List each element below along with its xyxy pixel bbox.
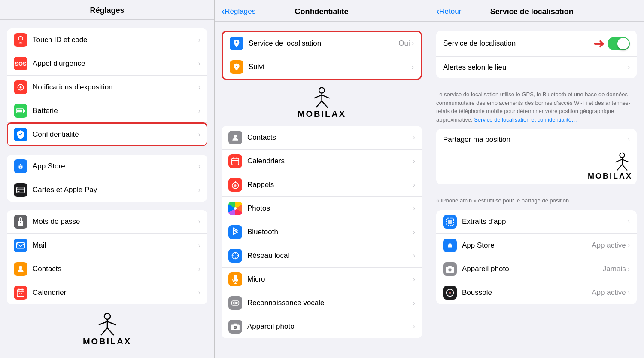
svg-rect-46 <box>448 220 452 224</box>
touch-icon <box>14 33 27 47</box>
panel2-group-bottom: Contacts › Calendriers › Rappels › <box>222 126 422 338</box>
svg-marker-50 <box>449 290 450 293</box>
watermark-panel1: MOBILAX <box>0 313 214 346</box>
localisation-label: Service de localisation <box>249 39 398 48</box>
calendriers-icon <box>228 154 242 168</box>
photos-icon <box>228 202 242 215</box>
contacts-label: Contacts <box>33 265 198 273</box>
appstore-label: App Store <box>33 162 198 171</box>
row-batterie[interactable]: Batterie › <box>7 99 207 123</box>
svg-point-14 <box>104 313 110 319</box>
appstore-icon <box>14 159 27 173</box>
panel3-back[interactable]: ‹ Retour <box>436 6 461 17</box>
extraits-label: Extraits d'app <box>462 217 628 226</box>
panel2-header: ‹ Réglages Confidentialité <box>215 0 429 22</box>
svg-line-43 <box>617 165 622 171</box>
svg-rect-11 <box>17 290 24 297</box>
partager-description: « iPhone amin » est utilisé pour le part… <box>429 193 644 210</box>
watermark-panel2: MOBILAX <box>215 87 429 119</box>
svg-point-39 <box>620 153 624 158</box>
row-partager[interactable]: Partager ma position › <box>436 129 637 150</box>
row-alertes[interactable]: Alertes selon le lieu › <box>436 57 637 78</box>
svg-rect-4 <box>17 110 22 113</box>
svg-point-38 <box>234 327 237 329</box>
localisation-description: Le service de localisation utilise le GP… <box>429 87 644 129</box>
row-localisation[interactable]: Service de localisation Oui › <box>223 32 421 55</box>
appstore2-icon <box>443 239 457 252</box>
row-calendrier[interactable]: Calendrier › <box>7 281 207 304</box>
row-photo-cam[interactable]: Appareil photo › <box>222 315 422 338</box>
row-cartes[interactable]: Cartes et Apple Pay › <box>7 178 207 202</box>
row-mail[interactable]: Mail › <box>7 234 207 257</box>
svg-line-16 <box>99 321 107 325</box>
row-toggle-localisation[interactable]: Service de localisation ➜ <box>436 31 637 57</box>
toggle-localisation-label: Service de localisation <box>443 39 593 48</box>
touch-chevron: › <box>198 36 200 44</box>
calendrier-icon <box>14 286 27 300</box>
localisation-highlighted-group: Service de localisation Oui › Suivi › <box>222 31 422 80</box>
row-photos[interactable]: Photos › <box>222 197 422 220</box>
row-appstore[interactable]: App Store › <box>7 155 207 178</box>
row-notif[interactable]: Notifications d'exposition › <box>7 76 207 99</box>
row-boussole[interactable]: Boussole App active › <box>436 281 637 304</box>
back-chevron-icon: ‹ <box>222 6 225 17</box>
svg-marker-51 <box>449 293 450 296</box>
panel1-header: Réglages <box>0 0 214 20</box>
svg-line-44 <box>622 165 627 171</box>
row-contacts[interactable]: Contacts › <box>7 257 207 281</box>
row-appareil2[interactable]: Appareil photo Jamais › <box>436 257 637 281</box>
micro-icon <box>228 272 242 286</box>
row-motsdepasse[interactable]: Mots de passe › <box>7 210 207 234</box>
panel2-content: Service de localisation Oui › Suivi › <box>215 22 429 358</box>
batterie-icon <box>14 104 27 118</box>
panel-reglages: Réglages Touch ID et code › SOS Appel d'… <box>0 0 215 358</box>
mobilax3-text: MOBILAX <box>588 172 632 181</box>
svg-rect-28 <box>232 158 239 165</box>
svg-rect-8 <box>18 191 20 192</box>
batterie-label: Batterie <box>33 107 198 115</box>
arrow-right-icon: ➜ <box>593 35 605 52</box>
svg-line-24 <box>322 95 330 98</box>
motsdepasse-icon <box>14 215 27 229</box>
row-extraits[interactable]: Extraits d'app › <box>436 210 637 234</box>
row-reseau[interactable]: Réseau local › <box>222 244 422 268</box>
panel2-back[interactable]: ‹ Réglages <box>222 6 255 17</box>
row-micro[interactable]: Micro › <box>222 268 422 291</box>
appstore2-value: App active <box>592 241 626 250</box>
panel2-title: Confidentialité <box>255 7 388 16</box>
row-bluetooth[interactable]: Bluetooth › <box>222 220 422 244</box>
row-contacts2[interactable]: Contacts › <box>222 126 422 150</box>
confidentialite-label: Confidentialité <box>33 130 198 139</box>
panel1-group3: Mots de passe › Mail › Contacts › <box>7 210 207 304</box>
bluetooth-icon <box>228 225 242 239</box>
localisation-link[interactable]: Service de localisation et confidentiali… <box>474 116 577 123</box>
rappels-label: Rappels <box>247 181 413 189</box>
mobilax-text: MOBILAX <box>83 337 131 346</box>
suivi-label: Suivi <box>249 63 412 71</box>
panel1-title: Réglages <box>7 6 207 15</box>
svg-point-27 <box>234 135 237 138</box>
localisation-toggle[interactable] <box>608 37 630 50</box>
row-suivi[interactable]: Suivi › <box>223 55 421 79</box>
urgence-icon: SOS <box>14 57 27 70</box>
row-urgence[interactable]: SOS Appel d'urgence › <box>7 52 207 76</box>
svg-line-17 <box>107 321 116 325</box>
panel3-back-label: Retour <box>439 7 461 16</box>
mail-icon <box>14 239 27 252</box>
svg-rect-33 <box>234 275 237 281</box>
svg-point-12 <box>19 293 20 294</box>
row-calendriers[interactable]: Calendriers › <box>222 150 422 173</box>
contacts2-label: Contacts <box>247 133 413 142</box>
panel3-header: ‹ Retour Service de localisation <box>429 0 644 22</box>
alertes-label: Alertes selon le lieu <box>443 63 628 72</box>
stick-figure2-icon <box>310 87 334 109</box>
suivi-icon <box>230 60 243 74</box>
row-confidentialite[interactable]: Confidentialité › <box>7 123 207 146</box>
localisation-icon <box>230 37 243 50</box>
panel3-partager-group: Partager ma position › MOBILAX <box>436 129 637 184</box>
row-touch[interactable]: Touch ID et code › <box>7 28 207 52</box>
row-reconnaissance[interactable]: Reconnaissance vocale › <box>222 291 422 315</box>
row-appstore2[interactable]: App Store App active › <box>436 234 637 257</box>
notif-label: Notifications d'exposition <box>33 83 198 92</box>
row-rappels[interactable]: Rappels › <box>222 173 422 197</box>
